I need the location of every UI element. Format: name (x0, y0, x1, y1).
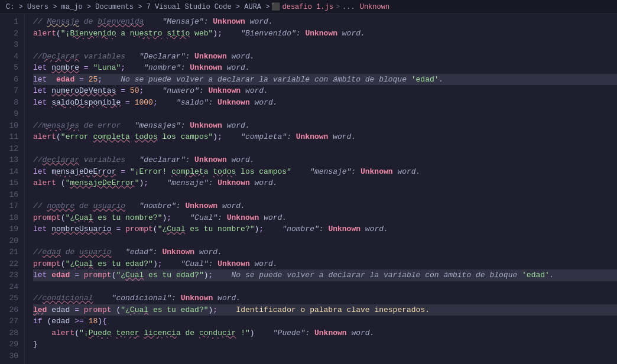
code-line-9 (33, 108, 617, 120)
code-line-5: let nombre = "Luna"; "nombre": Unknown w… (33, 62, 617, 74)
code-line-11: alert("error completa todos los campos")… (33, 131, 617, 143)
line-numbers: 123 456 789 101112 131415 161718 192021 … (0, 14, 25, 364)
code-line-2: alert("¡Bienvenido a nuestro sitio web")… (33, 28, 617, 40)
code-line-18: prompt("¿Cual es tu nombre?"); "Cual": U… (33, 212, 617, 224)
breadcrumb-path: C: > Users > ma_jo > Documents > 7 Visua… (6, 3, 269, 11)
code-line-17: // nombre de usuario "nombre": Unknown w… (33, 200, 617, 212)
code-line-13: //declarar variables "declarar": Unknown… (33, 154, 617, 166)
code-line-4: //Declarar variables "Declarar": Unknown… (33, 51, 617, 63)
code-line-16 (33, 189, 617, 201)
code-line-1: // Mensaje de bienvenida "Mensaje": Unkn… (33, 16, 617, 28)
unknown-label-1: Unknown (213, 16, 245, 28)
code-line-20 (33, 235, 617, 247)
breadcrumb-bar: C: > Users > ma_jo > Documents > 7 Visua… (0, 0, 617, 14)
breadcrumb-icon: ⬛ (271, 2, 280, 11)
code-line-8: let saldoDisponible = 1000; "saldo": Unk… (33, 97, 617, 109)
code-line-3 (33, 39, 617, 51)
code-line-27: if (edad >= 18){ (33, 316, 617, 327)
code-line-10: //mensajes de error "mensajes": Unknown … (33, 120, 617, 132)
code-content[interactable]: // Mensaje de bienvenida "Mensaje": Unkn… (25, 14, 617, 364)
code-line-28: alert("¡Puede tener licencia de conducir… (33, 327, 617, 339)
code-line-22: prompt("¿Cual es tu edad?"); "Cual": Unk… (33, 258, 617, 270)
code-line-26: led edad = prompt ("¿Cual es tu edad?");… (33, 304, 617, 316)
breadcrumb-sep: > (336, 3, 340, 11)
code-line-7: let numeroDeVentas = 50; "numero": Unkno… (33, 85, 617, 97)
code-line-19: let nombreUsuario = prompt("¿Cual es tu … (33, 223, 617, 235)
code-line-29: } (33, 339, 617, 350)
code-line-12 (33, 143, 617, 155)
code-line-21: //edad de usuario "edad": Unknown word. (33, 246, 617, 258)
code-line-30 (33, 350, 617, 362)
code-line-6: let edad = 25; No se puede volver a decl… (33, 74, 617, 86)
code-line-25: //condicional "condicional": Unknown wor… (33, 292, 617, 304)
code-line-15: alert ("mensajeDeError"); "mensaje": Unk… (33, 177, 617, 189)
code-line-24 (33, 281, 617, 293)
code-line-14: let mensajeDeError = "¡Error! completa t… (33, 166, 617, 178)
code-line-23: let edad = prompt("¿Cual es tu edad?"); … (33, 269, 617, 281)
breadcrumb-rest: ... (342, 3, 355, 11)
breadcrumb-file: desafio 1.js (282, 3, 333, 11)
breadcrumb-unknown: Unknown (360, 3, 389, 11)
editor-area: 123 456 789 101112 131415 161718 192021 … (0, 14, 617, 364)
